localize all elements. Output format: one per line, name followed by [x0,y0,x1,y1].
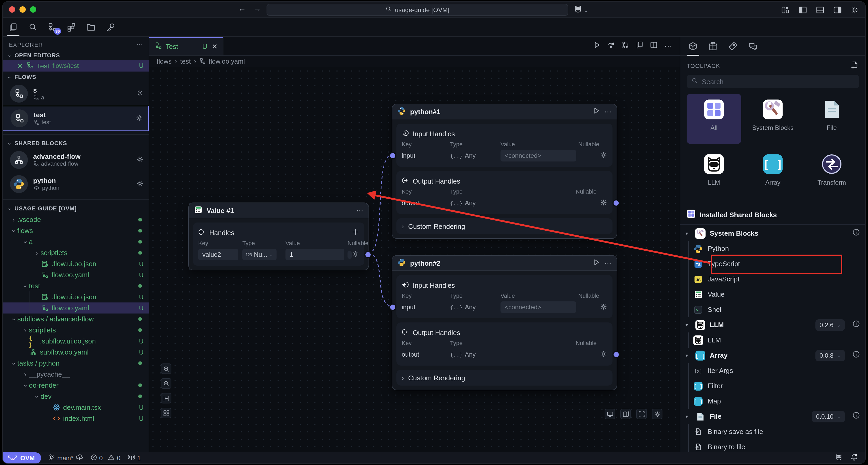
nullable-checkbox[interactable] [347,251,352,259]
tab-test[interactable]: Test U ✕ [149,37,223,55]
python2-node[interactable]: python#2⋯Input HandlesKeyTypeValueNullab… [392,255,617,390]
python1-node[interactable]: python#1⋯Input HandlesKeyTypeValueNullab… [392,104,617,239]
ports-status[interactable]: 1 [128,454,141,462]
tree-item[interactable]: flow.oo.yamlU [3,302,149,314]
customize-layout-icon[interactable] [780,5,791,15]
gear-icon[interactable] [136,89,144,98]
block-item-value[interactable]: Value [680,287,865,302]
store-tab-icon[interactable] [708,41,718,51]
block-item-javascript[interactable]: JSJavaScript [680,271,865,287]
toggle-secondary-sidebar-icon[interactable] [832,5,843,15]
category-tile-file[interactable]: File [804,94,859,144]
tree-item[interactable]: dev.main.tsxU [3,402,149,413]
node-header[interactable]: python#1⋯ [392,104,617,119]
tree-item[interactable]: ⌄flows [3,225,149,236]
add-handle-icon[interactable] [352,228,359,237]
tree-item[interactable]: ›__pycache__ [3,369,149,380]
flows-activity-icon[interactable]: 36 [47,22,57,32]
block-item-python[interactable]: Python [680,241,865,256]
tree-item[interactable]: ›scriptlets [3,247,149,258]
chat-tab-icon[interactable] [748,41,758,51]
gear-icon[interactable] [136,114,143,123]
flow-list-item[interactable]: sa [3,82,149,106]
back-icon[interactable]: ← [238,4,246,12]
flow-list-item[interactable]: testtest [3,106,149,131]
blocks-activity-icon[interactable] [66,22,77,32]
category-tile-all[interactable]: All [687,94,741,144]
tree-item[interactable]: ⌄dev [3,391,149,402]
flows-section-header[interactable]: ⌄ FLOWS [3,71,149,82]
node-more-icon[interactable]: ⋯ [356,206,363,214]
category-tile-transform[interactable]: Transform [804,148,859,199]
toolpack-tab-icon[interactable] [688,41,698,51]
gear-icon[interactable] [136,180,144,188]
copy-icon[interactable] [636,41,644,51]
type-select[interactable]: 123Nu...⌄ [242,249,277,260]
tree-item[interactable]: .flow.ui.oo.jsonU [3,291,149,302]
breadcrumb-segment[interactable]: flows [157,58,172,65]
debug-run-icon[interactable] [607,41,615,51]
open-editor-item[interactable]: ✕Testflows/testU [3,60,149,71]
tree-item[interactable]: .flow.ui.oo.jsonU [3,258,149,269]
category-tile-system-blocks[interactable]: System Blocks [745,94,800,144]
value-node[interactable]: Value #1⋯HandlesKeyTypeValueNullablevalu… [188,203,369,270]
version-select[interactable]: 0.0.8⌄ [815,350,845,361]
close-editor-icon[interactable]: ✕ [17,62,23,70]
problems-status[interactable]: 0 0 [90,454,120,462]
tree-item[interactable]: { }.subflow.ui.oo.jsonU [3,336,149,347]
breadcrumb-segment[interactable]: flow.oo.yaml [209,58,245,65]
node-header[interactable]: python#2⋯ [392,256,617,271]
info-icon[interactable] [852,411,860,422]
settings-gear-icon[interactable] [849,5,860,15]
assistant-menu-button[interactable]: ⌄ [574,5,588,16]
notifications-bell-icon[interactable] [850,453,858,463]
canvas-settings-icon[interactable] [652,409,662,419]
source-control-icon[interactable] [621,41,629,51]
tree-item[interactable]: ⌄tasks / python [3,358,149,369]
node-more-icon[interactable]: ⋯ [604,108,612,115]
forward-icon[interactable]: → [253,4,261,12]
flow-canvas[interactable]: Value #1⋯HandlesKeyTypeValueNullablevalu… [149,67,680,452]
workspace-section-header[interactable]: ⌄ USAGE-GUIDE [OVM] [3,203,149,213]
shared-blocks-section-header[interactable]: ⌄ SHARED BLOCKS [3,138,149,148]
handle-settings-icon[interactable] [600,350,607,359]
tree-item[interactable]: ⌄test [3,280,149,291]
key-input[interactable]: value2 [198,249,238,260]
run-node-icon[interactable] [592,107,600,116]
open-editors-header[interactable]: ⌄ OPEN EDITORS [3,50,149,60]
input-port[interactable] [389,303,396,311]
tree-item[interactable]: ›scriptlets [3,324,149,336]
preview-icon[interactable] [604,409,615,419]
fullscreen-icon[interactable] [636,409,647,419]
category-tile-llm[interactable]: LLM [687,148,741,199]
node-header[interactable]: Value #1⋯ [189,203,369,218]
custom-rendering-section[interactable]: ›Custom Rendering [396,370,613,385]
explorer-icon[interactable] [8,22,19,32]
output-port[interactable] [364,251,372,258]
tree-item[interactable]: ⌄a [3,236,149,247]
secrets-activity-icon[interactable] [105,22,116,32]
tree-item[interactable]: ›.vscode [3,214,149,225]
toolpack-search-input[interactable]: Search [687,75,859,88]
node-more-icon[interactable]: ⋯ [604,259,612,267]
assistant-status-icon[interactable] [835,453,843,463]
command-center-search[interactable]: usage-guide [OVM] [267,4,568,16]
output-port[interactable] [613,351,620,358]
custom-rendering-section[interactable]: ›Custom Rendering [396,218,613,234]
gear-icon[interactable] [136,155,144,164]
traffic-lights[interactable] [9,6,36,12]
output-port[interactable] [613,199,620,207]
version-select[interactable]: 0.0.10⌄ [812,411,845,422]
zoom-in-icon[interactable] [161,364,172,374]
flow-list-item[interactable]: advanced-flowadvanced-flow [3,148,149,172]
tab-close-icon[interactable]: ✕ [212,42,218,51]
tree-item[interactable]: subflow.oo.yamlU [3,347,149,358]
tree-item[interactable]: ⌄subflows / advanced-flow [3,314,149,324]
explorer-more-icon[interactable]: ⋯ [136,41,143,48]
handle-settings-icon[interactable] [600,151,607,160]
folder-activity-icon[interactable] [86,22,96,32]
handle-settings-icon[interactable] [600,303,607,312]
handle-settings-icon[interactable] [352,250,359,259]
handle-settings-icon[interactable] [600,199,607,207]
git-branch-status[interactable]: main* [49,454,83,462]
